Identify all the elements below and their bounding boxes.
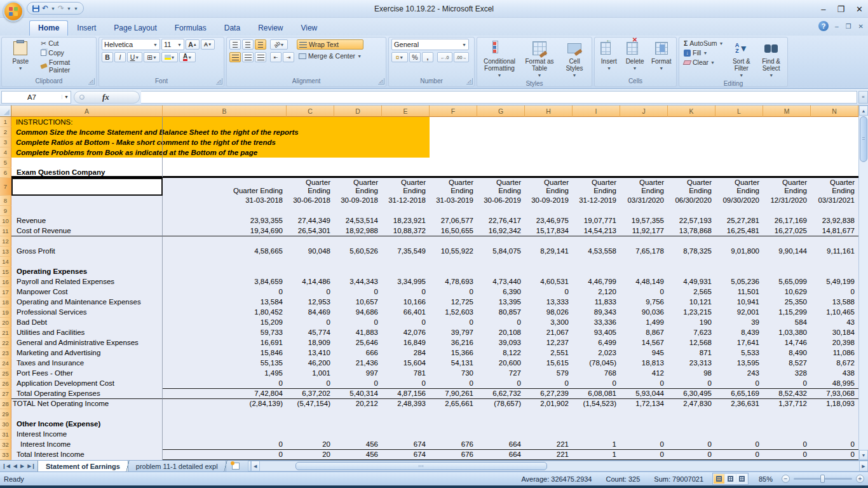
cell-E16[interactable]: 3,34,995	[382, 277, 430, 287]
cell-A30[interactable]: Other Income (Expense)	[11, 419, 163, 430]
row-header-12[interactable]: 12	[0, 236, 11, 247]
cut-button[interactable]: ✂Cut	[39, 39, 93, 48]
cell-L11[interactable]: 16,25,481	[715, 226, 763, 236]
cell-N20[interactable]: 43	[811, 318, 858, 328]
cell-D25[interactable]: 997	[334, 369, 382, 379]
cell-E19[interactable]: 66,401	[382, 308, 430, 318]
cell-A8[interactable]	[11, 196, 163, 206]
cell-H17[interactable]: 0	[525, 287, 573, 297]
cell-D16[interactable]: 3,44,343	[334, 277, 382, 287]
paste-button[interactable]: Paste▼	[4, 39, 36, 76]
cell-I7[interactable]: Quarter Ending	[573, 178, 620, 196]
fill-button[interactable]: ↓Fill▼	[682, 48, 725, 57]
cell-A13[interactable]: Gross Profit	[11, 247, 163, 257]
cell-E18[interactable]: 10,166	[382, 297, 430, 308]
row-header-8[interactable]: 8	[0, 196, 11, 206]
row-header-17[interactable]: 17	[0, 287, 11, 297]
row-header-21[interactable]: 21	[0, 328, 11, 338]
cell-G6[interactable]	[477, 168, 525, 178]
cell-F12[interactable]	[430, 236, 477, 247]
row-header-11[interactable]: 11	[0, 226, 11, 236]
cell-F20[interactable]: 0	[430, 318, 477, 328]
cell-M13[interactable]: 9,90,144	[763, 247, 811, 257]
cell-F19[interactable]: 1,52,603	[430, 308, 477, 318]
redo-dropdown-icon[interactable]: ▼	[67, 6, 71, 11]
row-header-30[interactable]: 30	[0, 419, 11, 430]
cell-B16[interactable]: 3,84,659	[163, 277, 287, 287]
cell-L18[interactable]: 10,941	[715, 297, 763, 308]
cell-C30[interactable]	[287, 419, 334, 430]
scroll-up-icon[interactable]: ▲	[859, 105, 868, 116]
cell-N32[interactable]: 0	[811, 440, 858, 450]
cell-K15[interactable]	[668, 267, 715, 277]
cell-M29[interactable]	[763, 409, 811, 419]
cell-G30[interactable]	[477, 419, 525, 430]
select-all-corner[interactable]	[0, 105, 11, 117]
cell-B15[interactable]	[163, 267, 287, 277]
cell-N23[interactable]: 11,086	[811, 348, 858, 358]
cell-D10[interactable]: 24,53,514	[334, 216, 382, 226]
cell-I10[interactable]: 19,07,771	[573, 216, 620, 226]
cell-I19[interactable]: 89,343	[573, 308, 620, 318]
cell-F8[interactable]: 31-03-2019	[430, 196, 477, 206]
cell-G5[interactable]	[477, 158, 525, 168]
cell-I23[interactable]: 2,023	[573, 348, 620, 358]
cell-I28[interactable]: (1,54,523)	[573, 399, 620, 409]
cell-J25[interactable]: 412	[620, 369, 668, 379]
cell-A24[interactable]: Taxes and Insurance	[11, 358, 163, 369]
cell-I11[interactable]: 14,54,213	[573, 226, 620, 236]
formula-input[interactable]	[141, 91, 857, 104]
cell-K9[interactable]	[668, 206, 715, 216]
cell-K16[interactable]: 4,49,931	[668, 277, 715, 287]
cell-H25[interactable]: 579	[525, 369, 573, 379]
cell-B23[interactable]: 15,846	[163, 348, 287, 358]
cell-M33[interactable]: 0	[763, 450, 811, 460]
cell-I22[interactable]: 6,499	[573, 338, 620, 348]
cell-N21[interactable]: 30,184	[811, 328, 858, 338]
cell-C19[interactable]: 84,469	[287, 308, 334, 318]
cell-M30[interactable]	[763, 419, 811, 430]
cell-H16[interactable]: 4,60,531	[525, 277, 573, 287]
cell-F1[interactable]	[430, 117, 858, 127]
cell-L13[interactable]: 9,01,800	[715, 247, 763, 257]
cell-F27[interactable]: 7,90,261	[430, 389, 477, 399]
cell-H12[interactable]	[525, 236, 573, 247]
cell-M17[interactable]: 10,629	[763, 287, 811, 297]
cell-K32[interactable]: 0	[668, 440, 715, 450]
cell-A25[interactable]: Port Fees - Other	[11, 369, 163, 379]
cell-G7[interactable]: Quarter Ending	[477, 178, 525, 196]
cell-F32[interactable]: 676	[430, 440, 477, 450]
cell-L24[interactable]: 13,595	[715, 358, 763, 369]
zoom-slider-thumb[interactable]	[820, 475, 825, 483]
cell-B8[interactable]: 31-03-2018	[163, 196, 287, 206]
cell-J9[interactable]	[620, 206, 668, 216]
cell-J31[interactable]	[620, 430, 668, 440]
cell-A33[interactable]: Total Interest Income	[11, 450, 163, 460]
cell-H22[interactable]: 12,237	[525, 338, 573, 348]
cell-K8[interactable]: 06/30/2020	[668, 196, 715, 206]
cell-J21[interactable]: 8,867	[620, 328, 668, 338]
sheet-tab-problem-11-1-detailed-expl[interactable]: problem 11-1 detailed expl	[128, 461, 226, 471]
cell-N28[interactable]: 1,18,093	[811, 399, 858, 409]
horizontal-scroll-thumb[interactable]	[295, 462, 547, 470]
workbook-close-icon[interactable]: ✕	[858, 23, 864, 30]
column-header-J[interactable]: J	[620, 105, 668, 117]
cell-K11[interactable]: 13,78,868	[668, 226, 715, 236]
zoom-level[interactable]: 85%	[755, 475, 776, 483]
cell-M15[interactable]	[763, 267, 811, 277]
cell-L8[interactable]: 09/30/2020	[715, 196, 763, 206]
cell-E26[interactable]: 0	[382, 379, 430, 389]
ribbon-tab-formulas[interactable]: Formulas	[166, 20, 215, 36]
row-header-14[interactable]: 14	[0, 257, 11, 267]
column-header-H[interactable]: H	[525, 105, 573, 117]
cell-B19[interactable]: 1,80,452	[163, 308, 287, 318]
cell-K24[interactable]: 23,313	[668, 358, 715, 369]
cell-F30[interactable]	[430, 419, 477, 430]
first-sheet-icon[interactable]: ❙◀	[2, 463, 10, 469]
cell-C33[interactable]: 20	[287, 450, 334, 460]
cell-E10[interactable]: 18,23,921	[382, 216, 430, 226]
cell-J10[interactable]: 19,57,355	[620, 216, 668, 226]
cell-B5[interactable]	[163, 158, 287, 168]
undo-icon[interactable]: ↶	[42, 4, 48, 12]
cell-F2[interactable]	[430, 127, 858, 137]
